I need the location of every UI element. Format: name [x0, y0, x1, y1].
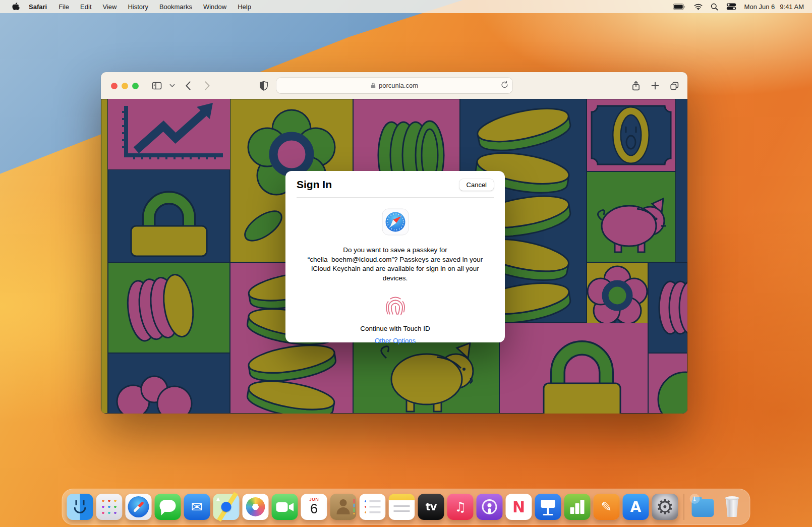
dock-icon-system-settings[interactable]	[652, 494, 678, 520]
dock-icon-music[interactable]	[447, 494, 474, 520]
dock-icon-glyph	[246, 497, 265, 516]
dock-icon-facetime[interactable]	[272, 494, 298, 520]
menu-app-name[interactable]: Safari	[23, 3, 53, 11]
continue-with-touch-id-label: Continue with Touch ID	[360, 325, 430, 332]
dialog-body: Do you want to save a passkey for “chell…	[285, 198, 505, 344]
menu-help[interactable]: Help	[232, 3, 257, 11]
back-button-icon[interactable]	[182, 79, 195, 92]
dock-icon-finder[interactable]	[67, 494, 93, 520]
dock-icon-contacts[interactable]	[330, 494, 357, 520]
dock	[62, 489, 750, 525]
dock-icon-glyph	[289, 503, 294, 511]
control-center-icon[interactable]	[726, 3, 736, 10]
lock-icon	[371, 82, 376, 89]
dock-icon-news[interactable]	[506, 494, 532, 520]
dock-icon-notes[interactable]	[389, 494, 415, 520]
new-tab-icon[interactable]	[649, 79, 662, 92]
dock-icon-glyph	[488, 503, 492, 507]
dialog-title: Sign In	[297, 179, 332, 191]
dock-icon-numbers[interactable]	[564, 494, 591, 520]
dock-icon-messages[interactable]	[155, 494, 181, 520]
menu-file[interactable]: File	[53, 3, 75, 11]
dock-icon-glyph	[76, 500, 77, 505]
dock-icon-glyph	[221, 502, 231, 512]
menu-edit[interactable]: Edit	[75, 3, 97, 11]
menu-bar: Safari FileEditViewHistoryBookmarksWindo…	[0, 0, 812, 13]
dock-apps	[67, 494, 678, 520]
menu-history[interactable]: History	[122, 3, 153, 11]
dock-icon-keynote[interactable]	[535, 494, 561, 520]
dock-icon-glyph	[161, 509, 167, 515]
tab-overview-icon[interactable]	[668, 79, 681, 92]
dock-icon-tv[interactable]	[418, 494, 444, 520]
apple-menu-icon[interactable]	[8, 3, 23, 11]
menu-items: FileEditViewHistoryBookmarksWindowHelp	[53, 3, 257, 11]
dock-icon-app-store[interactable]	[623, 494, 649, 520]
battery-icon[interactable]	[673, 4, 686, 10]
forward-button-icon[interactable]	[201, 79, 214, 92]
dock-icon-safari[interactable]	[126, 494, 152, 520]
dock-icon-glyph	[340, 499, 347, 506]
dock-icon-podcasts[interactable]	[477, 494, 503, 520]
safari-app-icon	[382, 208, 409, 236]
traffic-lights	[111, 83, 139, 89]
address-bar[interactable]: porcunia.com	[276, 78, 512, 93]
menu-bar-clock[interactable]: Mon Jun 6 9:41 AM	[744, 3, 804, 11]
dock-icon-reminders[interactable]	[360, 494, 386, 520]
share-icon[interactable]	[629, 79, 643, 92]
wifi-icon[interactable]	[694, 4, 703, 10]
zoom-window-button[interactable]	[132, 83, 139, 89]
menu-window[interactable]: Window	[198, 3, 232, 11]
dock-icon-trash[interactable]	[719, 494, 745, 520]
dock-icon-glyph	[575, 503, 579, 514]
dock-icon-launchpad[interactable]	[96, 494, 123, 520]
dock-icon-glyph	[570, 507, 574, 514]
dock-icon-glyph	[541, 500, 555, 508]
close-window-button[interactable]	[111, 83, 118, 89]
url-text: porcunia.com	[379, 82, 418, 89]
spotlight-search-icon[interactable]	[711, 3, 718, 11]
dock-icon-glyph	[74, 507, 86, 513]
other-options-link[interactable]: Other Options	[375, 337, 416, 344]
dock-icon-pages[interactable]	[594, 494, 620, 520]
dock-icon-glyph	[276, 502, 288, 512]
cancel-button[interactable]: Cancel	[459, 179, 494, 191]
dialog-message: Do you want to save a passkey for “chell…	[299, 246, 492, 283]
menu-bar-status: Mon Jun 6 9:41 AM	[673, 3, 804, 11]
dock-icon-glyph	[726, 498, 739, 517]
dock-icon-downloads[interactable]	[690, 494, 716, 520]
dialog-header: Sign In Cancel	[285, 171, 505, 191]
dock-icon-glyph	[337, 507, 350, 514]
dock-icon-glyph	[692, 499, 714, 517]
dock-icon-photos[interactable]	[243, 494, 269, 520]
safari-toolbar: porcunia.com	[101, 72, 687, 99]
touch-id-icon	[383, 295, 408, 319]
dock-icon-glyph	[547, 508, 549, 514]
dock-trailing	[690, 494, 745, 520]
dock-separator	[684, 494, 684, 520]
menu-bar-left: Safari FileEditViewHistoryBookmarksWindo…	[8, 3, 257, 11]
status-date: Mon Jun 6	[744, 3, 775, 11]
menu-view[interactable]: View	[97, 3, 123, 11]
menu-bookmarks[interactable]: Bookmarks	[154, 3, 198, 11]
dock-icon-mail[interactable]	[184, 494, 210, 520]
status-time: 9:41 AM	[780, 3, 804, 11]
chevron-down-icon[interactable]	[165, 79, 179, 92]
minimize-window-button[interactable]	[122, 83, 128, 89]
privacy-shield-icon[interactable]	[257, 79, 270, 92]
dock-icon-maps[interactable]	[213, 494, 240, 520]
dock-icon-calendar[interactable]	[301, 494, 327, 520]
passkey-dialog: Sign In Cancel Do you want to save a pas…	[285, 171, 505, 342]
sidebar-toggle-icon[interactable]	[150, 79, 163, 92]
reload-icon[interactable]	[501, 81, 508, 90]
dock-icon-glyph	[725, 496, 739, 500]
